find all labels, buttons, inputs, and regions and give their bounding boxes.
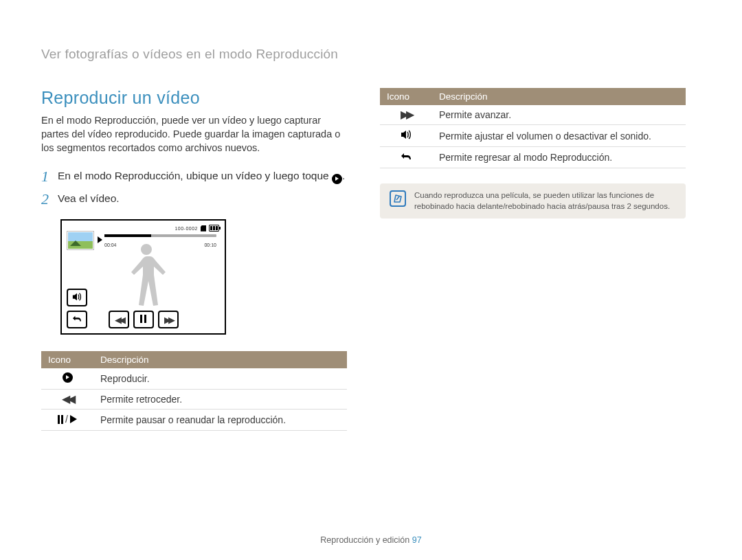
desc-rewind: Permite retroceder. — [93, 390, 347, 410]
table-row: ▶▶ Permite avanzar. — [380, 105, 686, 125]
table-row: ◀◀ Permite retroceder. — [41, 390, 347, 410]
rewind-icon: ◀◀ — [62, 394, 73, 405]
left-column: Reproducir un vídeo En el modo Reproducc… — [41, 88, 347, 431]
step-1: 1 En el modo Reproducción, ubique un víd… — [41, 168, 347, 184]
step-number: 2 — [41, 191, 58, 207]
table-row: Reproducir. — [41, 368, 347, 390]
table-header-icon: Icono — [380, 88, 432, 105]
breadcrumb: Ver fotografías o vídeos en el modo Repr… — [41, 47, 701, 62]
play-icon — [332, 174, 342, 184]
section-title: Reproducir un vídeo — [41, 88, 347, 108]
page-number: 97 — [412, 535, 422, 545]
right-icon-table: Icono Descripción ▶▶ Permite avanzar. Pe… — [380, 88, 686, 168]
play-indicator-icon — [98, 236, 102, 243]
memory-card-icon — [201, 225, 206, 232]
table-header-icon: Icono — [41, 351, 93, 368]
intro-text: En el modo Reproducción, puede ver un ví… — [41, 113, 347, 155]
rewind-icon: ◀◀ — [115, 315, 123, 324]
time-elapsed: 00:04 — [104, 243, 117, 247]
step-2-text: Vea el vídeo. — [58, 191, 120, 206]
pause-play-icon: / — [58, 414, 77, 425]
desc-volume: Permite ajustar el volumen o desactivar … — [432, 125, 686, 147]
screen-forward-button: ▶▶ — [158, 311, 179, 328]
desc-play: Reproducir. — [93, 368, 347, 390]
left-icon-table: Icono Descripción Reproducir. ◀◀ Permite… — [41, 351, 347, 431]
screen-left-controls — [67, 289, 87, 328]
screen-back-button — [67, 311, 87, 328]
table-row: / Permite pausar o reanudar la reproducc… — [41, 410, 347, 431]
forward-icon: ▶▶ — [164, 315, 172, 324]
page-footer: Reproducción y edición 97 — [0, 535, 742, 545]
footer-label: Reproducción y edición — [320, 535, 412, 545]
note-text: Cuando reproduzca una película, se puede… — [414, 190, 676, 212]
screen-volume-button — [67, 289, 87, 306]
back-icon — [401, 151, 412, 162]
step-2: 2 Vea el vídeo. — [41, 191, 347, 207]
video-frame-silhouette — [122, 241, 170, 314]
volume-icon — [401, 129, 412, 140]
step-1-text-b: . — [342, 170, 345, 181]
progress-fill — [104, 234, 151, 237]
screen-rewind-button: ◀◀ — [109, 311, 129, 328]
step-1-text-a: En el modo Reproducción, ubique un vídeo… — [58, 170, 332, 181]
table-header-desc: Descripción — [93, 351, 347, 368]
camera-screen-illustration: 100-0002 00:04 00:10 — [60, 219, 226, 335]
screen-bottom-controls: ◀◀ ▶▶ — [109, 311, 179, 328]
volume-icon — [72, 292, 82, 303]
progress-area: 00:04 00:10 — [104, 234, 216, 237]
forward-icon: ▶▶ — [401, 109, 412, 120]
info-note: Cuando reproduzca una película, se puede… — [380, 183, 686, 219]
screen-topbar: 100-0002 — [175, 225, 219, 232]
page: Ver fotografías o vídeos en el modo Repr… — [0, 0, 742, 560]
note-icon — [390, 190, 406, 207]
step-1-text: En el modo Reproducción, ubique un vídeo… — [58, 168, 345, 184]
table-row: Permite ajustar el volumen o desactivar … — [380, 125, 686, 147]
play-icon — [63, 372, 73, 383]
desc-forward: Permite avanzar. — [432, 105, 686, 125]
screen-pause-button — [133, 311, 154, 328]
back-icon — [72, 315, 82, 324]
table-row: Permite regresar al modo Reproducción. — [380, 147, 686, 168]
progress-bar — [104, 234, 216, 237]
desc-back: Permite regresar al modo Reproducción. — [432, 147, 686, 168]
table-header-desc: Descripción — [432, 88, 686, 105]
video-thumbnail — [67, 232, 93, 249]
time-total: 00:10 — [204, 243, 216, 247]
pause-icon — [140, 315, 146, 324]
content-columns: Reproducir un vídeo En el modo Reproducc… — [41, 88, 701, 431]
file-number: 100-0002 — [175, 226, 198, 231]
step-number: 1 — [41, 168, 58, 184]
battery-icon — [209, 225, 219, 232]
right-column: Icono Descripción ▶▶ Permite avanzar. Pe… — [380, 88, 686, 431]
steps-list: 1 En el modo Reproducción, ubique un víd… — [41, 168, 347, 207]
desc-pause-resume: Permite pausar o reanudar la reproducció… — [93, 410, 347, 431]
